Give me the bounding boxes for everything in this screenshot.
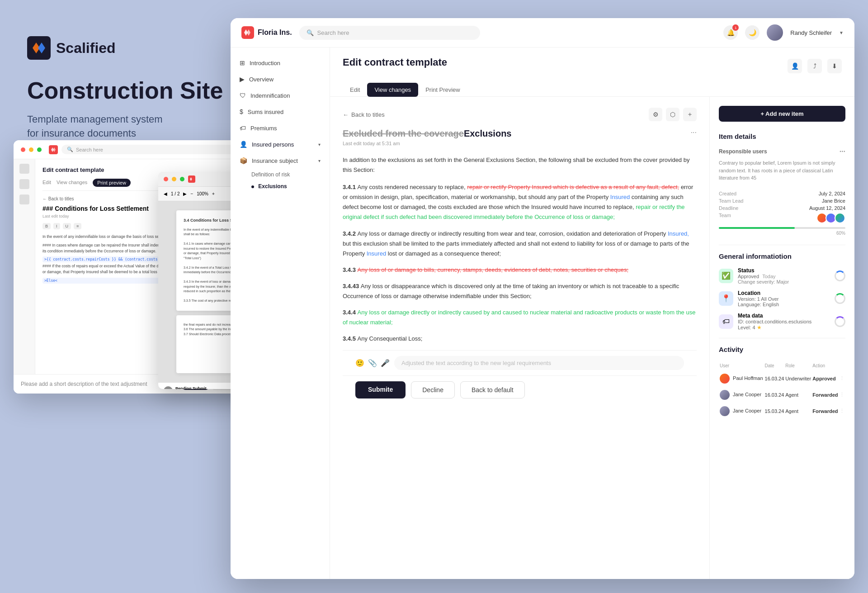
small-search-text: Search here [76, 147, 103, 152]
small-input-placeholder: Please add a short description of the te… [21, 381, 147, 387]
emoji-icon[interactable]: 🙂 [355, 359, 364, 367]
adjustment-input[interactable]: Adjusted the text according to the new l… [394, 356, 684, 370]
content-header-icons: 👤 ⤴ ⬇ [788, 59, 842, 73]
sw-tab-view[interactable]: View changes [57, 179, 87, 187]
sw-underline-btn[interactable]: U [63, 223, 71, 229]
sw-tab-edit[interactable]: Edit [42, 179, 51, 187]
activity-role-1: Underwriter [785, 371, 811, 386]
section-num-3-4-5: 3.4.5 [343, 335, 358, 342]
add-new-item-button[interactable]: + Add new item [719, 106, 845, 122]
meta-icon: 🏷 [719, 314, 733, 329]
meta-info: Meta data ID: contract.conditions.esclus… [738, 313, 811, 331]
small-search-icon: 🔍 [67, 147, 73, 152]
doc-title-strikethrough: Excluded from the coverage [343, 128, 464, 139]
insured-highlight-3: Insured [367, 250, 386, 257]
sidebar-item-introduction[interactable]: ⊞ Introduction [231, 55, 330, 71]
mic-icon[interactable]: 🎤 [381, 359, 390, 367]
sw-icon-3[interactable] [19, 195, 29, 204]
pw-minus-icon[interactable]: − [190, 191, 193, 196]
sw-tab-print[interactable]: Print preview [93, 179, 131, 187]
doc-intro-text: In addition to the exclusions as set for… [343, 155, 697, 175]
section-3-4-1-strike: repair or rectify Property Insured which… [467, 184, 679, 190]
pw-close-dot[interactable] [164, 177, 168, 181]
insured-persons-chevron: ▾ [318, 142, 321, 147]
responsible-users-menu[interactable]: ··· [840, 147, 845, 156]
activity-more-3[interactable]: ⋮ [840, 403, 844, 419]
minimize-dot[interactable] [29, 147, 33, 152]
activity-action-2: Forwarded [812, 387, 838, 403]
settings-icon-btn[interactable]: ⚙ [649, 108, 662, 121]
sidebar-sub-definition-of-risk[interactable]: Definition of risk [231, 169, 330, 180]
sidebar-item-premiums[interactable]: 🏷 Premiums [231, 120, 330, 136]
activity-more-2[interactable]: ⋮ [840, 387, 844, 403]
brand-name: Scalified [56, 40, 116, 57]
back-to-default-button[interactable]: Back to default [460, 381, 525, 398]
status-severity: Change severity: Major [738, 279, 789, 285]
sidebar-item-indemnification[interactable]: 🛡 Indemnification [231, 87, 330, 104]
main-search-bar[interactable]: 🔍 Search here [299, 26, 480, 40]
submit-button[interactable]: Submite [355, 381, 406, 398]
pw-pending-section: Pending Submit 1 [164, 386, 207, 389]
activity-row-2: Jane Cooper 16.03.24 Agent Forwarded ⋮ [720, 387, 844, 403]
pw-plus-icon[interactable]: + [212, 191, 215, 196]
activity-more-1[interactable]: ⋮ [840, 371, 844, 386]
section-3-4-4-green: Any loss or damage directly or indirectl… [343, 309, 695, 326]
sw-icon-2[interactable] [19, 179, 29, 189]
sidebar-item-overview[interactable]: ▶ Overview [231, 71, 330, 87]
maximize-dot[interactable] [37, 147, 42, 152]
sw-list-btn[interactable]: ≡ [74, 223, 81, 229]
notification-icon[interactable]: 🔔 1 [723, 25, 738, 40]
sw-italic-btn[interactable]: I [53, 223, 60, 229]
theme-toggle-icon[interactable]: 🌙 [745, 25, 760, 40]
download-icon-btn[interactable]: ⬇ [827, 59, 842, 73]
main-sidebar: ⊞ Introduction ▶ Overview 🛡 Indemnificat… [231, 47, 330, 579]
divider-2 [719, 338, 845, 338]
copy-icon-btn[interactable]: ⬡ [666, 108, 679, 121]
pw-max-dot[interactable] [180, 177, 184, 181]
doc-section-3-4-4: 3.4.4 Any loss or damage directly or ind… [343, 308, 697, 327]
general-info-title: General informatiotion [719, 252, 845, 260]
activity-table: User Date Role Action Pau [719, 361, 845, 420]
sidebar-sub-exclusions[interactable]: Exclusions [231, 180, 330, 192]
activity-header-action: Action [812, 361, 838, 370]
tab-print-preview[interactable]: Print Preview [418, 83, 467, 97]
tab-view-changes[interactable]: View changes [367, 83, 418, 97]
pw-pending-info: Pending Submit 1 [175, 386, 207, 389]
user-icon: 👤 [240, 141, 247, 148]
activity-user-2: Jane Cooper [720, 387, 764, 403]
logo-area: Scalified [27, 36, 244, 60]
location-info: Location Version: 1 All Over Language: E… [738, 290, 779, 307]
location-row: 📍 Location Version: 1 All Over Language:… [719, 290, 845, 307]
pw-nav-icon-left[interactable]: ◀ [164, 191, 167, 196]
doc-section-3-4-1: 3.4.1 Any costs rendered necessary to re… [343, 182, 697, 222]
section-3-4-3-strike: Any loss of or damage to bills, currency… [358, 266, 629, 273]
status-details: Approved Today [738, 274, 789, 279]
attachment-icon[interactable]: 📎 [368, 359, 377, 367]
close-dot[interactable] [21, 147, 25, 152]
pw-pending-icon [164, 386, 173, 389]
pw-min-dot[interactable] [172, 177, 176, 181]
decline-button[interactable]: Decline [411, 381, 455, 398]
back-to-titles-btn[interactable]: ← Back to titles [343, 111, 385, 118]
add-icon-btn[interactable]: ＋ [683, 108, 697, 121]
activity-date-1: 16.03.24 [765, 371, 785, 386]
person-icon-btn[interactable]: 👤 [788, 59, 802, 73]
status-spinner [835, 270, 845, 281]
user-menu-chevron[interactable]: ▼ [839, 30, 844, 35]
small-search-bar[interactable]: 🔍 Search here [61, 145, 252, 154]
sidebar-item-sums-insured[interactable]: $ Sums insured [231, 104, 330, 120]
share-icon-btn[interactable]: ⤴ [807, 59, 822, 73]
location-version: Version: 1 All Over [738, 296, 779, 302]
main-window-header: Floria Ins. 🔍 Search here 🔔 1 🌙 Randy Sc… [231, 18, 854, 47]
section-num-3-4-3: 3.4.3 [343, 266, 358, 273]
sw-icon-1[interactable] [19, 164, 29, 174]
pw-nav-icon-right[interactable]: ▶ [183, 191, 187, 196]
doc-title-menu[interactable]: ··· [691, 128, 697, 137]
responsible-users-title: Responsible users ··· [719, 147, 845, 156]
dollar-icon: $ [240, 108, 243, 115]
sidebar-item-insurance-subject[interactable]: 📦 Insurance subject ▾ [231, 152, 330, 169]
tab-edit[interactable]: Edit [343, 83, 367, 97]
sw-bold-btn[interactable]: B [42, 223, 51, 229]
user-avatar[interactable] [767, 24, 783, 41]
sidebar-item-insured-persons[interactable]: 👤 Insured persons ▾ [231, 136, 330, 152]
